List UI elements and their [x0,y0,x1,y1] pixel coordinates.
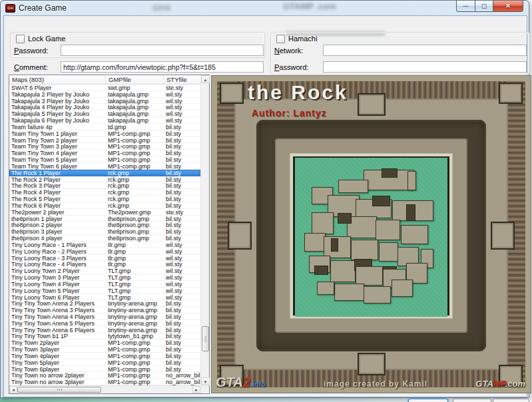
hamachi-password-input[interactable] [323,61,527,73]
play-alone-button[interactable]: Play Alone [453,399,491,402]
close-dialog-button[interactable]: Close [493,399,529,402]
list-cell: TLT.gmp [108,268,164,274]
list-row[interactable]: Team Tiny Town 4 playerMP1-comp.gmpbil.s… [9,150,200,156]
list-row[interactable]: Team Tiny Town 6 playerMP1-comp.gmpbil.s… [9,163,200,170]
list-row[interactable]: the8prison 1 playerthe8prison.gmpbil.sty [9,216,200,222]
list-row[interactable]: The Rock 2 Playerrck.gmpbil.sty [9,176,200,183]
list-row[interactable]: the8prison 3 playerthe8prison.gmpbil.sty [9,228,200,235]
list-row[interactable]: The Rock 4 Playerrck.gmpbil.sty [9,189,200,196]
list-row[interactable]: Tiny Town 6playerMP1-comp.gmpbil.sty [9,366,200,373]
scroll-down-button[interactable]: ▼ [201,377,210,385]
list-row[interactable]: Tiny Tiny Town Arena 6 Playerstinytiny-a… [9,327,200,333]
credit-gtamp-part: .com [505,379,525,389]
list-row[interactable]: the8prison 2 playerthe8prison.gmpbil.sty [9,222,200,228]
vertical-scrollbar[interactable]: ▲ ▼ [200,75,209,385]
list-row[interactable]: Takapajula 3 Player by Joukotakapajula.g… [9,98,200,104]
list-row[interactable]: Tiny Town 3playerMP1-comp.gmpbil.sty [9,346,200,353]
list-row[interactable]: Tiny Tiny Town Arena 3 Playerstinytiny-a… [9,307,200,313]
list-row[interactable]: Tiny Loony Race - 3 Playerstlr.gmpwil.st… [9,255,200,262]
scroll-down-icon: ▼ [204,380,208,384]
list-cell: bil.sty [166,196,200,202]
list-row[interactable]: Tiny Tiny Town Arena 2 Playerstinytiny-a… [9,300,200,307]
map-building [304,233,326,252]
list-cell: Tiny Town 3player [11,346,105,353]
hamachi-checkbox[interactable] [276,35,285,43]
map-building [401,225,428,244]
password-label: Password: [14,47,48,55]
list-row[interactable]: The Rock 5 Playerrck.gmpbil.sty [9,196,200,202]
list-row[interactable]: Tiny Loony Town 5 PlayerTLT.gmpwil.sty [9,288,200,294]
column-header-maps[interactable]: Maps (803) [9,75,106,84]
list-row[interactable]: Team failure 4ptd.gmpbil.sty [9,124,200,130]
list-row[interactable]: Tiny Loony Town 2 PlayerTLT.gmpwil.sty [9,268,200,274]
scroll-right-button[interactable]: ► [192,386,200,393]
vertical-scrollbar-thumb[interactable] [202,326,209,351]
minimize-icon: — [463,3,469,9]
list-row[interactable]: Tiny Tiny Town Arena 4 Playerstinytiny-a… [9,313,200,320]
list-row[interactable]: Team Tiny Town 3 playerMP1-comp.gmpbil.s… [9,143,200,150]
list-row[interactable]: The Rock 1 Playerrck.gmpbil.sty [9,170,200,176]
map-building [364,286,391,303]
list-cell: bil.sty [166,216,200,222]
close-icon: ✕ [505,3,511,9]
list-row[interactable]: Tiny Tiny Town Arena 5 Playerstinytiny-a… [9,320,200,327]
column-header-styfile[interactable]: STYfile [164,75,200,84]
list-row[interactable]: Takapajula 5 Player by Joukotakapajula.g… [9,110,200,117]
close-button[interactable]: ✕ [493,1,523,12]
list-row[interactable]: The Rock 6 Playerrck.gmpbil.sty [9,202,200,209]
list-row[interactable]: Team Tiny Town 5 playerMP1-comp.gmpbil.s… [9,156,200,163]
list-row[interactable]: Takapajula 2 Player by Joukotakapajula.g… [9,91,200,98]
list-cell: TLT.gmp [108,294,164,301]
column-header-gmpfile[interactable]: GMPfile [106,75,164,84]
list-row[interactable]: Tiny Loony Race - 1 Playerstlr.gmpwil.st… [9,242,200,248]
network-input[interactable] [323,45,527,56]
list-row[interactable]: Tiny Town 5playerMP1-comp.gmpbil.sty [9,359,200,366]
map-building [382,168,398,178]
scroll-up-button[interactable]: ▲ [201,75,210,83]
list-row[interactable]: Tiny Loony Town 4 PlayerTLT.gmpwil.sty [9,281,200,288]
list-row[interactable]: The2power 2 playerThe2power.gmpste.sty [9,209,200,216]
list-row[interactable]: Team Tiny Town 1 playerMP1-comp.gmpbil.s… [9,130,200,137]
list-row[interactable]: Takapajula 6 Player by Joukotakapajula.g… [9,117,200,124]
list-row[interactable]: Team Tiny Town 2 playerMP1-comp.gmpbil.s… [9,137,200,144]
list-cell: Tiny Loony Race - 2 Players [11,248,105,255]
maps-list: Maps (803) GMPfile STYfile SWAT 6 Player… [9,75,210,394]
map-building [376,220,400,240]
list-cell: Team Tiny Town 3 player [11,143,105,150]
map-building [312,212,334,234]
list-row[interactable]: Tiny Town 4playerMP1-comp.gmpbil.sty [9,353,200,359]
list-row[interactable]: Tiny Loony Town 3 PlayerTLT.gmpwil.sty [9,274,200,281]
map-building [392,280,413,297]
list-row[interactable]: Tiny Loony Race - 4 Playerstlr.gmpwil.st… [9,261,200,268]
titlebar[interactable]: GH4 GTAMP .com GH Create Game — ▢ ✕ [1,1,529,15]
list-row[interactable]: Tiny Town no arrow 3playerMP1-comp.gmpno… [9,379,200,385]
list-row[interactable]: The Rock 3 Playerrck.gmpbil.sty [9,182,200,189]
create-game-button[interactable]: Create Game [408,399,448,402]
list-cell: the8prison.gmp [108,228,164,235]
list-row[interactable]: Tiny Town no arrow 2playerMP1-comp.gmpno… [9,372,200,379]
list-row[interactable]: the8prison 4 playerthe8prison.gmpbil.sty [9,235,200,242]
list-cell: takapajula.gmp [108,91,164,98]
maximize-button[interactable]: ▢ [475,1,493,12]
create-game-dialog: GH4 GTAMP .com GH Create Game — ▢ ✕ Lock… [0,0,529,398]
scroll-left-button[interactable]: ◄ [9,386,17,393]
list-row[interactable]: Takapajula 4 Player by Joukotakapajula.g… [9,104,200,110]
list-cell: Tiny Tiny Town Arena 4 Players [11,313,105,320]
list-cell: takapajula.gmp [108,104,164,110]
password-input[interactable] [61,45,264,56]
list-row[interactable]: Tiny Loony Town 6 PlayerTLT.gmpwil.sty [9,294,200,301]
list-row[interactable]: Tiny Tiny Town b1 1Ptytytown_b1.gmpbil.s… [9,333,200,339]
map-building [407,171,416,190]
list-cell: wil.sty [166,268,200,274]
list-row[interactable]: Tiny Loony Race - 2 Playerstlr.gmpwil.st… [9,248,200,255]
horizontal-scrollbar-thumb[interactable] [17,387,101,393]
comment-input[interactable] [61,61,264,73]
horizontal-scrollbar[interactable]: ◄ ► [9,385,200,393]
lock-game-checkbox[interactable] [16,35,25,43]
list-row[interactable]: Tiny Town 2playerMP1-comp.gmpbil.sty [9,339,200,346]
list-cell: the8prison 3 player [11,228,105,235]
list-cell: bil.sty [166,228,200,235]
list-cell: Tiny Town 6player [11,366,105,373]
list-row[interactable]: SWAT 6 Playerswt.gmpste.sty [9,85,200,91]
minimize-button[interactable]: — [456,1,475,12]
